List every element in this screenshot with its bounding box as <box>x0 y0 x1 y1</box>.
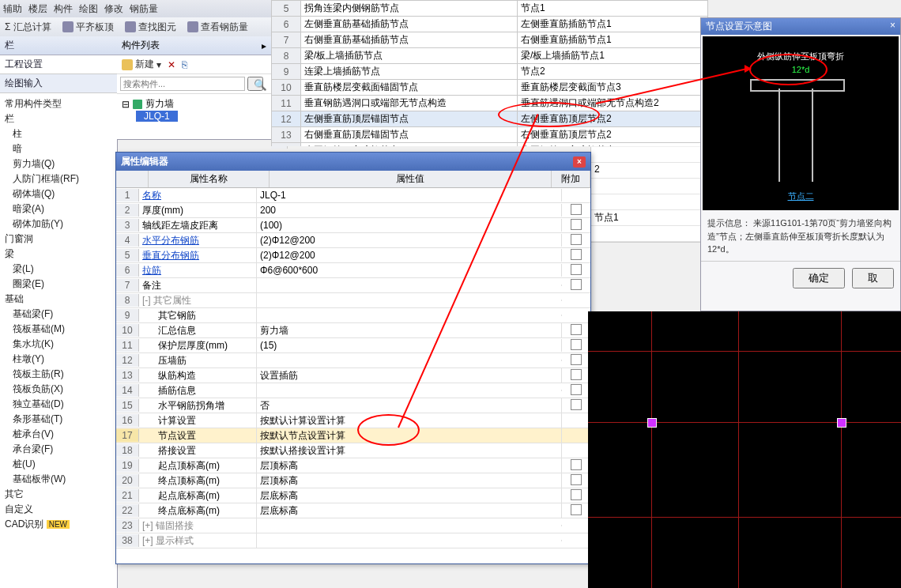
prop-row[interactable]: 15水平钢筋拐角增否 <box>116 398 590 413</box>
toolbtn[interactable]: 查找图元 <box>125 21 176 34</box>
ok-button[interactable]: 确定 <box>793 268 845 288</box>
toolbtn[interactable]: 平齐板顶 <box>62 21 114 34</box>
checkbox[interactable] <box>571 219 582 230</box>
checkbox[interactable] <box>571 474 582 485</box>
tree-node[interactable]: 筏板基础(M) <box>2 322 115 337</box>
prop-row[interactable]: 14插筋信息 <box>116 383 590 398</box>
toolbtn[interactable]: 查看钢筋量 <box>187 21 248 34</box>
tree-node[interactable]: 梁 <box>2 247 115 262</box>
table-row[interactable]: 7右侧垂直筋基础插筋节点右侧垂直筋插筋节点1 <box>272 32 708 48</box>
tree-node[interactable]: 砌体墙(Q) <box>2 187 115 202</box>
checkbox[interactable] <box>571 339 582 350</box>
prop-row[interactable]: 16计算设置按默认计算设置计算 <box>116 413 590 428</box>
prop-row[interactable]: 17节点设置按默认节点设置计算 <box>116 428 590 443</box>
menu-item[interactable]: 构件 <box>54 2 73 16</box>
tree-node[interactable]: 人防门框墙(RF) <box>2 172 115 187</box>
prop-row[interactable]: 13纵筋构造设置插筋 <box>116 368 590 383</box>
tree-node[interactable]: 基础 <box>2 292 115 307</box>
prop-row[interactable]: 4水平分布钢筋(2)Φ12@200 <box>116 233 590 248</box>
tree-node[interactable]: 柱墩(Y) <box>2 352 115 367</box>
table-row[interactable]: 13右侧垂直筋顶层锚固节点右侧垂直筋顶层节点2 <box>272 127 708 143</box>
collapse-icon[interactable]: ▸ <box>262 40 266 51</box>
tree-node[interactable]: 栏 <box>2 111 115 126</box>
checkbox[interactable] <box>571 249 582 260</box>
tree-node[interactable]: 圈梁(E) <box>2 277 115 292</box>
tree-node[interactable]: CAD识别 NEW <box>2 517 115 532</box>
tree-node[interactable]: 基础梁(F) <box>2 307 115 322</box>
tree-node[interactable]: 其它 <box>2 487 115 502</box>
prop-row[interactable]: 18搭接设置按默认搭接设置计算 <box>116 443 590 458</box>
tree-node[interactable]: 梁(L) <box>2 262 115 277</box>
tree-node[interactable]: 常用构件类型 <box>2 96 115 111</box>
tree-node[interactable]: 柱 <box>2 126 115 141</box>
menu-item[interactable]: 绘图 <box>79 2 98 16</box>
grid-node[interactable] <box>837 418 846 428</box>
prop-row[interactable]: 23[+] 锚固搭接 <box>116 518 590 533</box>
tree-node[interactable]: 砌体加筋(Y) <box>2 217 115 232</box>
table-row[interactable]: 9连梁上墙插筋节点节点2 <box>272 64 708 80</box>
table-row[interactable]: 6左侧垂直筋基础插筋节点左侧垂直筋插筋节点1 <box>272 17 708 32</box>
table-row[interactable]: 5拐角连梁内侧钢筋节点节点1 <box>272 1 708 17</box>
tree-node[interactable]: 独立基础(D) <box>2 397 115 412</box>
prop-row[interactable]: 21起点底标高(m)层底标高 <box>116 488 590 503</box>
tree-node[interactable]: 桩(U) <box>2 457 115 472</box>
checkbox[interactable] <box>571 399 582 410</box>
menu-item[interactable]: 辅助 <box>3 2 22 16</box>
checkbox[interactable] <box>571 354 582 365</box>
copy-icon[interactable]: ⎘ <box>182 59 187 70</box>
prop-row[interactable]: 1名称JLQ-1 <box>116 188 590 203</box>
search-button[interactable]: 🔍 <box>247 77 263 91</box>
prop-row[interactable]: 9其它钢筋 <box>116 308 590 323</box>
node-link[interactable]: 节点二 <box>703 190 899 202</box>
checkbox[interactable] <box>571 489 582 500</box>
tree-node[interactable]: 承台梁(F) <box>2 442 115 457</box>
tree-node[interactable]: 门窗洞 <box>2 232 115 247</box>
tree-node[interactable]: 桩承台(V) <box>2 427 115 442</box>
prop-row[interactable]: 5垂直分布钢筋(2)Φ12@200 <box>116 248 590 263</box>
prop-row[interactable]: 6拉筋Φ6@600*600 <box>116 263 590 278</box>
prop-row[interactable]: 8[-] 其它属性 <box>116 293 590 308</box>
checkbox[interactable] <box>571 204 582 215</box>
tree-node[interactable]: 基础板带(W) <box>2 472 115 487</box>
table-row[interactable]: 14水平钢筋丁字暗柱节点水平钢筋丁字暗柱节点1 <box>272 143 708 147</box>
checkbox[interactable] <box>571 234 582 245</box>
table-row[interactable]: 10垂直筋楼层变截面锚固节点垂直筋楼层变截面节点3 <box>272 80 708 96</box>
prop-row[interactable]: 19起点顶标高(m)层顶标高 <box>116 458 590 473</box>
checkbox[interactable] <box>571 264 582 275</box>
new-button[interactable]: 新建 ▾ <box>122 58 161 71</box>
sum-calc-button[interactable]: Σ 汇总计算 <box>5 21 51 34</box>
close-icon[interactable]: × <box>573 156 586 168</box>
cad-viewport[interactable] <box>588 311 901 588</box>
menu-item[interactable]: 楼层 <box>28 2 47 16</box>
checkbox[interactable] <box>571 504 582 515</box>
grid-node[interactable] <box>647 418 657 428</box>
menu-item[interactable]: 钢筋量 <box>130 2 158 16</box>
tree-root[interactable]: ⊟剪力墙 <box>122 97 266 111</box>
checkbox[interactable] <box>571 369 582 380</box>
delete-icon[interactable]: ✕ <box>168 59 175 70</box>
table-row[interactable]: 11垂直钢筋遇洞口或端部无节点构造垂直筋遇洞口或端部无节点构造2 <box>272 96 708 111</box>
prop-row[interactable]: 38[+] 显示样式 <box>116 533 590 548</box>
draw-input[interactable]: 绘图输入 <box>0 74 117 93</box>
search-input[interactable] <box>120 77 245 91</box>
tree-node[interactable]: 暗 <box>2 141 115 156</box>
table-row[interactable]: 8梁/板上墙插筋节点梁/板上墙插筋节点1 <box>272 48 708 64</box>
prop-row[interactable]: 2厚度(mm)200 <box>116 203 590 218</box>
prop-row[interactable]: 3轴线距左墙皮距离(100) <box>116 218 590 233</box>
close-icon[interactable]: × <box>890 20 895 33</box>
prop-row[interactable]: 11保护层厚度(mm)(15) <box>116 338 590 353</box>
prop-row[interactable]: 7备注 <box>116 278 590 293</box>
table-row[interactable]: 12左侧垂直筋顶层锚固节点左侧垂直筋顶层节点2 <box>272 111 708 127</box>
checkbox[interactable] <box>571 324 582 335</box>
checkbox[interactable] <box>571 279 582 290</box>
tree-node[interactable]: 筏板负筋(X) <box>2 382 115 397</box>
menu-item[interactable]: 修改 <box>104 2 123 16</box>
prop-row[interactable]: 20终点顶标高(m)层顶标高 <box>116 473 590 488</box>
tree-node[interactable]: 集水坑(K) <box>2 337 115 352</box>
prop-row[interactable]: 10汇总信息剪力墙 <box>116 323 590 338</box>
checkbox[interactable] <box>571 384 582 395</box>
tree-node[interactable]: 自定义 <box>2 502 115 517</box>
eng-settings[interactable]: 工程设置 <box>0 55 117 74</box>
checkbox[interactable] <box>571 459 582 470</box>
prop-row[interactable]: 12压墙筋 <box>116 353 590 368</box>
